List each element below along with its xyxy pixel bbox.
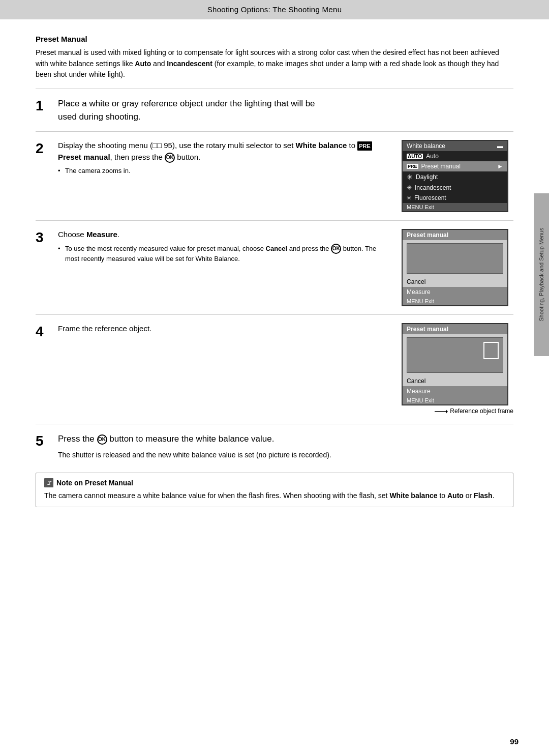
note-body: The camera cannot measure a white balanc… <box>44 490 505 502</box>
wb-menu-title: White balance ▬ <box>403 141 507 151</box>
white-balance-menu: White balance ▬ AUTO Auto PRE Preset man… <box>402 140 508 212</box>
svg-marker-1 <box>446 410 448 414</box>
step-3-left: 3 Choose Measure. To use the most recent… <box>36 229 391 264</box>
step-2-row: 2 Display the shooting menu (□□ 95), use… <box>36 140 513 212</box>
step-5-text: Press the OK button to measure the white… <box>58 432 513 446</box>
divider-4 <box>36 314 513 315</box>
wb-footer-text: MENU Exit <box>407 204 434 210</box>
bold-auto: Auto <box>135 60 151 68</box>
step-5-row: 5 Press the OK button to measure the whi… <box>36 432 513 460</box>
preset-menu-3-footer: MENU Exit <box>403 297 507 305</box>
auto-label: Auto <box>426 153 439 160</box>
ok-circle-3: OK <box>331 244 341 254</box>
divider-3 <box>36 220 513 221</box>
step-2-bullet: The camera zooms in. <box>58 166 391 176</box>
step-3-text: Choose Measure. <box>58 229 391 241</box>
arrow-icon: ► <box>497 163 503 170</box>
step-5-body: The shutter is released and the new whit… <box>58 450 513 461</box>
note-bold-wb: White balance <box>389 491 437 500</box>
sidebar-tab: Shooting, Playback and Setup Menus <box>534 193 549 356</box>
step-5-content: Press the OK button to measure the white… <box>58 432 513 460</box>
preset-3-footer-text: MENU Exit <box>407 298 434 304</box>
step-4-content: Frame the reference object. <box>58 323 391 340</box>
sun-icon: ✳ <box>407 173 413 181</box>
preset-menu-4-measure: Measure <box>403 386 507 396</box>
preset-menu-4: Preset manual Cancel Measure MENU Exit <box>402 323 508 405</box>
preset-menu-3-measure: Measure <box>403 287 507 297</box>
wb-title-icon: ▬ <box>497 142 503 150</box>
step-2-menu: White balance ▬ AUTO Auto PRE Preset man… <box>402 140 513 212</box>
step-5-number: 5 <box>36 432 58 449</box>
reference-frame-box <box>483 342 499 359</box>
wb-item-fluorescent: ✳ Fluorescent <box>403 193 507 203</box>
divider-1 <box>36 89 513 89</box>
wb-item-auto: AUTO Auto <box>403 151 507 161</box>
step2-bold-preset: Preset manual <box>58 153 110 161</box>
wb-item-preset: PRE Preset manual ► <box>403 161 507 171</box>
page: Shooting Options: The Shooting Menu Shoo… <box>0 0 549 756</box>
fluorescent-label: Fluorescent <box>414 194 446 201</box>
bulb-icon: ✳ <box>407 184 412 191</box>
ok-circle-5: OK <box>97 434 107 445</box>
preset-4-footer-text: MENU Exit <box>407 397 434 403</box>
preset-menu-3-cancel: Cancel <box>403 277 507 287</box>
ref-frame-label: Reference object frame <box>450 408 513 415</box>
ref-frame-label-row: Reference object frame <box>402 408 513 416</box>
step-4-row: 4 Frame the reference object. Preset man… <box>36 323 513 416</box>
preset-menu-3-preview <box>407 243 503 274</box>
sidebar-label: Shooting, Playback and Setup Menus <box>535 218 547 331</box>
step3-bold-cancel: Cancel <box>266 245 288 252</box>
note-icon: 𝓘 <box>44 478 53 487</box>
step-4-number: 4 <box>36 323 58 340</box>
preset-menu-4-cancel: Cancel <box>403 376 507 386</box>
preset-menu-3-title: Preset manual <box>403 230 507 240</box>
page-number: 99 <box>510 737 518 746</box>
step-4-text: Frame the reference object. <box>58 323 391 335</box>
step-2-text: Display the shooting menu (□□ 95), use t… <box>58 140 391 163</box>
wb-item-daylight: ✳ Daylight <box>403 171 507 183</box>
step-4-menu: Preset manual Cancel Measure MENU Exit <box>402 323 513 416</box>
preset-menu-4-footer: MENU Exit <box>403 396 507 404</box>
step-3-bullet: To use the most recently measured value … <box>58 244 391 264</box>
step-1-text: Place a white or gray reference object u… <box>58 97 513 123</box>
preset-menu-4-preview <box>407 337 503 373</box>
step-3-number: 3 <box>36 229 58 264</box>
step-2-content: Display the shooting menu (□□ 95), use t… <box>58 140 391 176</box>
wb-menu-footer: MENU Exit <box>403 203 507 211</box>
daylight-label: Daylight <box>416 173 438 181</box>
step-3-menu: Preset manual Cancel Measure MENU Exit <box>402 229 513 306</box>
preset-label: Preset manual <box>421 163 461 170</box>
preset-manual-body: Preset manual is used with mixed lightin… <box>36 47 513 80</box>
pre-icon: PRE <box>407 164 418 169</box>
preset-manual-title: Preset Manual <box>36 35 513 43</box>
preset-menu-3: Preset manual Cancel Measure MENU Exit <box>402 229 508 306</box>
note-bold-flash: Flash <box>474 491 493 500</box>
note-title-text: Note on Preset Manual <box>56 479 133 487</box>
wb-title-text: White balance <box>407 142 445 150</box>
divider-5 <box>36 424 513 424</box>
ref-arrow-svg <box>433 408 448 416</box>
note-bold-auto: Auto <box>447 491 464 500</box>
ok-circle-2: OK <box>165 153 175 163</box>
pre-badge: PRE <box>357 141 372 151</box>
preset-manual-section: Preset Manual Preset manual is used with… <box>36 35 513 80</box>
step3-bold-measure: Measure <box>86 230 117 239</box>
step-3-row: 3 Choose Measure. To use the most recent… <box>36 229 513 306</box>
divider-2 <box>36 131 513 132</box>
auto-icon: AUTO <box>407 154 423 159</box>
step-3-content: Choose Measure. To use the most recently… <box>58 229 391 264</box>
step-2-left: 2 Display the shooting menu (□□ 95), use… <box>36 140 391 176</box>
preset-menu-4-title: Preset manual <box>403 324 507 334</box>
step-2-number: 2 <box>36 140 58 176</box>
content-area: Preset Manual Preset manual is used with… <box>0 19 549 522</box>
fl-icon: ✳ <box>407 195 411 201</box>
bold-incandescent: Incandescent <box>167 60 212 68</box>
wb-item-incandescent: ✳ Incandescent <box>403 183 507 193</box>
step-1-content: Place a white or gray reference object u… <box>58 97 513 123</box>
step-4-left: 4 Frame the reference object. <box>36 323 391 340</box>
incandescent-label: Incandescent <box>415 184 451 191</box>
step-1-row: 1 Place a white or gray reference object… <box>36 97 513 123</box>
note-box: 𝓘 Note on Preset Manual The camera canno… <box>36 473 513 507</box>
step-1-number: 1 <box>36 97 58 114</box>
note-title: 𝓘 Note on Preset Manual <box>44 478 505 487</box>
